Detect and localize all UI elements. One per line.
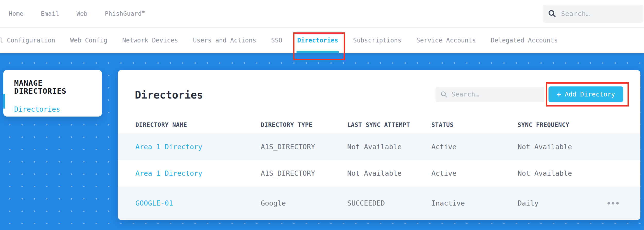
nav-item-web[interactable]: Web [76,10,88,17]
manage-directories-card: MANAGE DIRECTORIES Directories [3,70,102,117]
directories-panel: Directories + Add Directory DIRECTORY NA… [118,70,640,220]
column-header-directory-type: DIRECTORY TYPE [261,121,347,128]
last-sync-cell: SUCCEEDED [347,199,431,207]
last-sync-cell: Not Available [347,169,431,177]
sidebar-item-directories[interactable]: Directories [14,105,96,113]
sidebar-title: MANAGE DIRECTORIES [14,79,96,95]
table-header-row: DIRECTORY NAME DIRECTORY TYPE LAST SYNC … [118,116,640,134]
status-cell: Active [431,143,518,151]
search-icon [440,91,448,98]
nav-item-phishguard[interactable]: PhishGuard™ [105,10,145,17]
tab-directories-label: Directories [297,37,338,44]
status-cell: Inactive [431,199,518,207]
tab-subscriptions[interactable]: Subscriptions [353,37,402,44]
directory-type-cell: A1S_DIRECTORY [261,169,347,177]
directory-type-cell: A1S_DIRECTORY [261,143,347,151]
column-header-sync-frequency: SYNC FREQUENCY [518,121,607,128]
active-item-indicator [3,94,5,109]
settings-tab-bar: Email Configuration Web Config Network D… [0,28,644,53]
column-header-last-sync-attempt: LAST SYNC ATTEMPT [347,121,431,128]
table-row: Area 1 Directory A1S_DIRECTORY Not Avail… [118,160,640,187]
tab-directories[interactable]: Directories [297,37,338,44]
table-row: Area 1 Directory A1S_DIRECTORY Not Avail… [118,134,640,160]
directory-name-link[interactable]: Area 1 Directory [135,143,261,151]
tab-users-and-actions[interactable]: Users and Actions [193,37,256,44]
column-header-directory-name: DIRECTORY NAME [135,121,261,128]
tab-sso[interactable]: SSO [271,37,282,44]
tab-email-configuration[interactable]: Email Configuration [0,37,55,44]
active-tab-underline [297,51,339,53]
row-actions-ellipsis-icon[interactable] [607,202,640,205]
add-directory-button-label: Add Directory [565,91,615,98]
global-search-input[interactable] [561,10,638,17]
search-icon [548,9,556,18]
panel-header: Directories + Add Directory [118,70,640,116]
column-header-status: STATUS [431,121,518,128]
sync-frequency-cell: Daily [518,199,607,207]
add-directory-button[interactable]: + Add Directory [549,86,623,102]
nav-item-home[interactable]: Home [9,10,23,17]
global-search-box[interactable] [543,5,643,23]
status-cell: Active [431,169,518,177]
tab-network-devices[interactable]: Network Devices [122,37,178,44]
top-nav-bar: Home Email Web PhishGuard™ [0,0,644,28]
directories-search-box[interactable] [436,87,544,102]
tab-web-config[interactable]: Web Config [70,37,108,44]
page-title: Directories [135,89,203,101]
sync-frequency-cell: Not Available [518,169,607,177]
last-sync-cell: Not Available [347,143,431,151]
directory-name-link[interactable]: GOOGLE-01 [135,199,261,207]
tab-service-accounts[interactable]: Service Accounts [416,37,476,44]
table-row: GOOGLE-01 Google SUCCEEDED Inactive Dail… [118,187,640,220]
directory-type-cell: Google [261,199,347,207]
sync-frequency-cell: Not Available [518,143,607,151]
nav-item-email[interactable]: Email [41,10,59,17]
content-area: MANAGE DIRECTORIES Directories Directori… [0,53,644,230]
directories-search-input[interactable] [451,91,540,98]
tab-delegated-accounts[interactable]: Delegated Accounts [491,37,558,44]
plus-icon: + [556,91,561,98]
directory-name-link[interactable]: Area 1 Directory [135,169,261,177]
